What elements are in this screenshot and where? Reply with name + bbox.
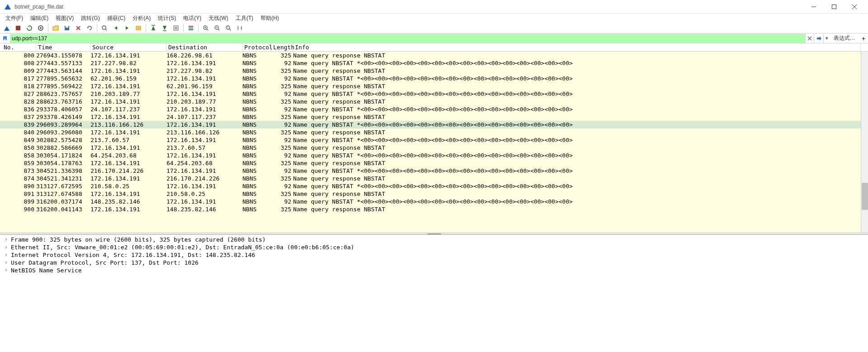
menu-item-1[interactable]: 编辑(E) [27,14,52,23]
table-row[interactable]: 828288623.763716172.16.134.191210.203.18… [0,98,868,105]
minimize-button[interactable] [803,0,824,14]
cell-info: Name query response NBSTAT [293,98,866,105]
capture-options-icon[interactable] [36,23,46,33]
col-no[interactable]: No. [2,43,36,51]
cell-info: Name query response NBSTAT [293,190,866,197]
table-row[interactable]: 827288623.757657210.203.189.77172.16.134… [0,90,868,98]
stop-capture-icon[interactable] [13,23,23,33]
table-row[interactable]: 849302882.575428213.7.60.57172.16.134.19… [0,136,868,144]
svg-line-12 [105,29,107,30]
close-file-icon[interactable] [73,23,83,33]
cell-destination: 210.203.189.77 [166,98,242,105]
table-row[interactable]: 874304521.341231172.16.134.191216.170.21… [0,175,868,182]
table-row[interactable]: 900316200.041143172.16.134.191148.235.82… [0,205,868,213]
table-row[interactable]: 817277895.56563262.201.96.159172.16.134.… [0,75,868,82]
cell-no: 828 [2,98,36,105]
tree-item[interactable]: User Datagram Protocol, Src Port: 137, D… [3,259,865,266]
cell-no: 874 [2,175,36,182]
zoom-out-icon[interactable] [212,23,222,33]
svg-rect-8 [66,26,68,28]
filter-recent-icon[interactable]: ▾ [823,34,830,43]
cell-source: 172.16.134.191 [90,206,166,213]
tree-item[interactable]: Internet Protocol Version 4, Src: 172.16… [3,251,865,259]
start-capture-icon[interactable] [2,23,12,33]
menu-item-6[interactable]: 统计(S) [154,14,180,23]
table-row[interactable]: 873304521.336398216.170.214.226172.16.13… [0,167,868,175]
scroll-thumb[interactable] [862,183,868,210]
packet-list-body[interactable]: 800276943.155078172.16.134.191168.226.98… [0,52,868,233]
window-title: botnet_pcap_file.dat [14,4,803,10]
svg-rect-4 [16,26,20,30]
reload-icon[interactable] [85,23,95,33]
cell-source: 148.235.82.146 [90,198,166,205]
tree-item[interactable]: Ethernet II, Src: Vmware_00:01:e2 (00:05… [3,243,865,251]
go-first-icon[interactable] [148,23,158,33]
cell-source: 210.58.0.25 [90,183,166,190]
menu-item-8[interactable]: 无线(W) [205,14,232,23]
go-back-icon[interactable] [111,23,121,33]
resize-columns-icon[interactable] [235,23,245,33]
table-row[interactable]: 800276943.155078172.16.134.191168.226.98… [0,52,868,59]
save-file-icon[interactable] [62,23,72,33]
expression-button[interactable]: 表达式… [830,34,859,42]
add-filter-button[interactable]: + [859,35,868,42]
filter-bookmark-icon[interactable] [0,33,10,43]
cell-destination: 62.201.96.159 [166,83,242,90]
packet-scrollbar[interactable] [861,52,868,233]
auto-scroll-icon[interactable] [171,23,181,33]
table-row[interactable]: 899316200.037174148.235.82.146172.16.134… [0,198,868,205]
cell-info: Name query NBSTAT *<00><00><00><00><00><… [293,183,866,190]
col-protocol[interactable]: Protocol [242,43,271,51]
col-length[interactable]: Length [271,43,293,51]
menu-item-4[interactable]: 捕获(C) [104,14,129,23]
menu-item-0[interactable]: 文件(F) [2,14,27,23]
menu-item-5[interactable]: 分析(A) [129,14,154,23]
table-row[interactable]: 809277443.563144172.16.134.191217.227.98… [0,67,868,75]
table-row[interactable]: 839296093.289964213.116.166.126172.16.13… [0,121,868,128]
tree-item[interactable]: NetBIOS Name Service [3,266,865,274]
menu-item-9[interactable]: 工具(T) [232,14,257,23]
table-row[interactable]: 890313127.672595210.58.0.25172.16.134.19… [0,182,868,190]
menu-item-7[interactable]: 电话(Y) [180,14,205,23]
open-file-icon[interactable] [51,23,61,33]
maximize-button[interactable] [824,0,844,14]
table-row[interactable]: 840296093.296080172.16.134.191213.116.16… [0,128,868,136]
table-row[interactable]: 808277443.557133217.227.98.82172.16.134.… [0,59,868,67]
table-row[interactable]: 837293378.426149172.16.134.19124.107.117… [0,113,868,121]
cell-info: Name query NBSTAT *<00><00><00><00><00><… [293,106,866,113]
go-forward-icon[interactable] [122,23,132,33]
cell-protocol: NBNS [242,121,271,128]
cell-no: 839 [2,121,36,128]
menu-item-2[interactable]: 视图(V) [52,14,77,23]
tree-item[interactable]: Frame 900: 325 bytes on wire (2600 bits)… [3,236,865,243]
col-info[interactable]: Info [293,43,861,51]
restart-capture-icon[interactable] [24,23,34,33]
col-time[interactable]: Time [36,43,90,51]
menu-item-3[interactable]: 跳转(G) [77,14,103,23]
table-row[interactable]: 858303054.17182464.254.203.68172.16.134.… [0,152,868,159]
col-destination[interactable]: Destination [166,43,242,51]
zoom-reset-icon[interactable]: 1 [223,23,233,33]
zoom-in-icon[interactable] [201,23,211,33]
cell-time: 304521.336398 [36,167,90,174]
table-row[interactable]: 850302882.586669172.16.134.191213.7.60.5… [0,144,868,152]
cell-length: 92 [271,137,293,143]
find-icon[interactable] [100,23,109,33]
svg-point-6 [40,27,42,29]
table-row[interactable]: 818277895.569422172.16.134.19162.201.96.… [0,82,868,90]
col-source[interactable]: Source [90,43,166,51]
filter-clear-icon[interactable] [805,34,814,43]
cell-source: 172.16.134.191 [90,52,166,59]
colorize-icon[interactable] [186,23,196,33]
go-last-icon[interactable] [160,23,170,33]
menu-item-10[interactable]: 帮助(H) [257,14,283,23]
go-to-packet-icon[interactable] [133,23,143,33]
cell-destination: 172.16.134.191 [166,75,242,82]
display-filter-input[interactable] [10,34,805,43]
filter-apply-icon[interactable] [814,34,823,43]
table-row[interactable]: 891313127.674588172.16.134.191210.58.0.2… [0,190,868,198]
packet-details-pane[interactable]: Frame 900: 325 bytes on wire (2600 bits)… [0,235,868,352]
close-button[interactable] [844,0,864,14]
table-row[interactable]: 836293378.40605724.107.117.237172.16.134… [0,105,868,113]
table-row[interactable]: 859303054.178763172.16.134.19164.254.203… [0,159,868,167]
